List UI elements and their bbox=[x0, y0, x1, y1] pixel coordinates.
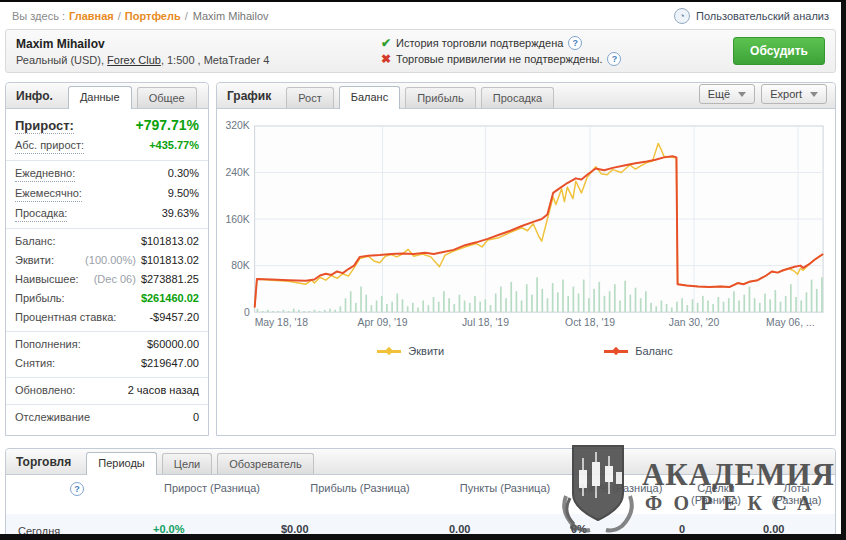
stat-value: -$9457.20 bbox=[149, 310, 199, 325]
tab-goals[interactable]: Цели bbox=[162, 453, 212, 474]
stat-value: 0.30% bbox=[168, 166, 199, 181]
check-icon: ✔ bbox=[381, 35, 391, 51]
legend-label: Эквити bbox=[408, 345, 444, 357]
custom-analysis-link[interactable]: Пользовательский анализ bbox=[696, 10, 829, 22]
broker-link[interactable]: Forex Club bbox=[107, 54, 161, 66]
chart-panel: График Рост Баланс Прибыль Просадка Ещё … bbox=[216, 82, 836, 436]
stat-value: +797.71% bbox=[136, 118, 199, 133]
stat-value: $60000.00 bbox=[147, 337, 199, 352]
stat-value: 0 bbox=[193, 410, 199, 425]
tab-drawdown[interactable]: Просадка bbox=[481, 87, 554, 108]
help-icon[interactable]: ? bbox=[70, 482, 84, 496]
table-cell: $0.00(-$200.74) bbox=[276, 514, 444, 540]
tab-balance[interactable]: Баланс bbox=[339, 86, 400, 109]
stat-label: Эквити: bbox=[15, 253, 54, 268]
trading-analytics-page: Вы здесь : Главная / Портфель / Maxim Mi… bbox=[0, 0, 846, 540]
cell-value: 0 bbox=[679, 523, 753, 535]
stat-value: 9.50% bbox=[168, 186, 199, 201]
discuss-button[interactable]: Обсудить bbox=[733, 37, 825, 65]
tab-periods[interactable]: Периоды bbox=[86, 452, 157, 475]
table-cell: 0%(-87%) bbox=[566, 514, 674, 540]
tab-general[interactable]: Общее bbox=[137, 87, 197, 108]
stat-value: $101813.02 bbox=[141, 253, 199, 268]
stat-value: 39.63% bbox=[162, 206, 199, 221]
balance-chart-area: 080K160K240K320KMay 18, '18Apr 09, '19Ju… bbox=[217, 109, 835, 369]
stat-monthly: Ежемесячно:9.50% bbox=[6, 184, 208, 204]
legend-item-equity[interactable]: Эквити bbox=[377, 345, 444, 357]
column-header: Сделки (Разница) bbox=[674, 482, 758, 506]
more-button[interactable]: Ещё bbox=[699, 84, 756, 104]
stat-updated: Обновлено:2 часов назад bbox=[6, 381, 208, 400]
svg-text:Jul 18, '19: Jul 18, '19 bbox=[462, 317, 509, 328]
cell-diff: (-87%) bbox=[605, 535, 638, 540]
cell-value: +0.0% bbox=[153, 523, 271, 535]
stat-label: Прирост: bbox=[15, 118, 74, 134]
stat-deposits: Пополнения:$60000.00 bbox=[6, 335, 208, 354]
breadcrumb: Вы здесь : Главная / Портфель / Maxim Mi… bbox=[0, 2, 841, 29]
divider bbox=[6, 331, 208, 332]
help-icon[interactable]: ? bbox=[568, 36, 582, 50]
column-header: Win % (Разница) bbox=[566, 482, 674, 506]
column-header: Лоты (Разница) bbox=[758, 482, 835, 506]
more-button-label: Ещё bbox=[708, 88, 731, 100]
tab-data[interactable]: Данные bbox=[68, 86, 132, 109]
stat-label: Пополнения: bbox=[15, 337, 81, 352]
info-panel: Инфо. Данные Общее Прирост:+797.71%Абс. … bbox=[5, 82, 209, 436]
svg-text:May 18, '18: May 18, '18 bbox=[255, 317, 309, 328]
stat-label: Ежемесячно: bbox=[15, 186, 82, 202]
cell-diff: (-0.90) bbox=[782, 535, 814, 540]
history-verified-text: История торговли подтверждена bbox=[396, 35, 563, 51]
stat-label: Процентная ставка: bbox=[15, 310, 116, 325]
export-button-label: Export bbox=[770, 88, 802, 100]
tab-growth[interactable]: Рост bbox=[286, 87, 334, 108]
legend-item-balance[interactable]: Баланс bbox=[604, 345, 672, 357]
stat-drawdown: Просадка:39.63% bbox=[6, 204, 208, 224]
stat-tracking: Отслеживание0 bbox=[6, 408, 208, 427]
table-row: Сегодня+0.0%(-0.20%)$0.00(-$200.74)0.00(… bbox=[6, 512, 835, 540]
stat-withdrawals: Снятия:$219647.00 bbox=[6, 354, 208, 373]
stat-label: Баланс: bbox=[15, 234, 56, 249]
stat-interest: Процентная ставка:-$9457.20 bbox=[6, 308, 208, 327]
account-name: Maxim Mihailov bbox=[16, 37, 269, 51]
svg-text:Apr 09, '19: Apr 09, '19 bbox=[358, 317, 408, 328]
stat-growth: Прирост:+797.71% bbox=[6, 113, 208, 136]
stat-daily: Ежедневно:0.30% bbox=[6, 164, 208, 184]
stat-value: $273881.25 bbox=[141, 272, 199, 287]
stat-label: Прибыль: bbox=[15, 291, 65, 306]
export-button[interactable]: Export bbox=[761, 84, 827, 104]
cell-value: 0.00 bbox=[449, 523, 561, 535]
breadcrumb-link-portfolio[interactable]: Портфель bbox=[125, 10, 181, 22]
cell-diff: (-$200.74) bbox=[337, 535, 388, 540]
period-label: Сегодня bbox=[6, 525, 148, 537]
legend-label: Баланс bbox=[635, 345, 672, 357]
tab-profit[interactable]: Прибыль bbox=[405, 87, 476, 108]
account-header: Maxim Mihailov Реальный (USD), Forex Clu… bbox=[5, 29, 836, 73]
legend-marker bbox=[377, 350, 401, 353]
divider bbox=[6, 228, 208, 229]
tab-explorer[interactable]: Обозреватель bbox=[217, 453, 314, 474]
column-header: Прирост (Разница) bbox=[148, 482, 276, 506]
account-details: Реальный (USD), Forex Club, 1:500 , Meta… bbox=[16, 54, 269, 66]
svg-text:240K: 240K bbox=[225, 167, 249, 178]
stat-value: $101813.02 bbox=[141, 234, 199, 249]
column-header: Прибыль (Разница) bbox=[276, 482, 444, 506]
info-panel-header: Инфо. Данные Общее bbox=[6, 83, 208, 109]
svg-text:0: 0 bbox=[244, 307, 250, 318]
legend-marker bbox=[604, 350, 628, 353]
chart-legend: ЭквитиБаланс bbox=[219, 338, 831, 369]
svg-text:May 06, ...: May 06, ... bbox=[766, 317, 814, 328]
info-panel-label: Инфо. bbox=[16, 89, 53, 103]
cell-diff: (-0.20%) bbox=[193, 535, 235, 540]
stat-value: $219647.00 bbox=[141, 356, 199, 371]
stat-label: Просадка: bbox=[15, 206, 67, 222]
breadcrumb-current: Maxim Mihailov bbox=[193, 10, 269, 22]
table-cell: 0.00(-0.90) bbox=[758, 514, 835, 540]
stat-profit: Прибыль:$261460.02 bbox=[6, 289, 208, 308]
help-icon[interactable]: ? bbox=[607, 52, 621, 66]
account-platform: , 1:500 , MetaTrader 4 bbox=[161, 54, 269, 66]
divider bbox=[6, 377, 208, 378]
stat-label: Наивысшее: bbox=[15, 272, 79, 287]
stat-highest: Наивысшее:(Dec 06)$273881.25 bbox=[6, 270, 208, 289]
breadcrumb-link-home[interactable]: Главная bbox=[69, 10, 114, 22]
cell-diff: (-181.1) bbox=[488, 535, 527, 540]
